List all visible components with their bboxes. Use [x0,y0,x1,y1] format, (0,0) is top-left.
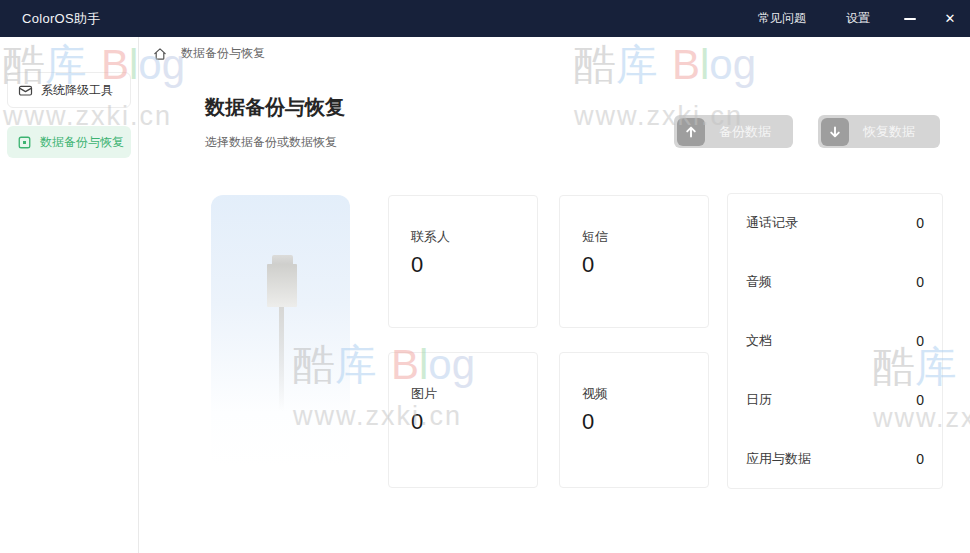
device-connection-card [211,195,350,467]
arrow-up-icon [683,124,699,140]
titlebar: ColorOS助手 常见问题 设置 ✕ [0,0,970,37]
home-icon[interactable] [152,46,168,62]
sidebar-item-data-backup-restore[interactable]: 数据备份与恢复 [7,126,131,158]
row-label: 文档 [746,332,772,350]
restore-button-label: 恢复数据 [863,123,915,141]
close-button[interactable]: ✕ [930,0,970,37]
row-label: 应用与数据 [746,450,811,468]
stat-label: 图片 [411,385,537,403]
backup-data-button[interactable]: 备份数据 [674,115,793,148]
row-label: 通话记录 [746,214,798,232]
close-icon: ✕ [945,11,956,26]
restore-data-button[interactable]: 恢复数据 [818,115,940,148]
titlebar-controls: 常见问题 设置 ✕ [738,0,970,37]
sidebar-item-label: 数据备份与恢复 [40,134,124,151]
breadcrumb: 数据备份与恢复 [152,45,265,62]
sidebar-item-label: 系统降级工具 [41,82,113,99]
row-value: 0 [916,274,924,290]
breadcrumb-current: 数据备份与恢复 [181,45,265,62]
stat-label: 视频 [582,385,708,403]
stat-value: 0 [582,409,708,435]
list-item-call-records: 通话记录 0 [728,194,942,253]
main-content: 数据备份与恢复 数据备份与恢复 选择数据备份或数据恢复 备份数据 恢复数据 [139,37,970,553]
backup-button-label: 备份数据 [719,123,771,141]
faq-menu-item[interactable]: 常见问题 [738,0,826,37]
coloros-assistant-window: ColorOS助手 常见问题 设置 ✕ 系统降级工具 数据备份与 [0,0,970,553]
page-subtitle: 选择数据备份或数据恢复 [205,134,337,151]
stat-label: 联系人 [411,228,537,246]
list-item-calendar: 日历 0 [728,370,942,429]
list-item-documents: 文档 0 [728,312,942,371]
stat-card-sms: 短信 0 [559,195,709,328]
minimize-button[interactable] [890,0,930,37]
page-title: 数据备份与恢复 [205,94,345,121]
list-item-apps-and-data: 应用与数据 0 [728,429,942,488]
arrow-up-iconbox [677,118,705,146]
row-label: 音频 [746,273,772,291]
settings-menu-item[interactable]: 设置 [826,0,890,37]
stat-value: 0 [582,252,708,278]
sidebar-item-system-downgrade-tool[interactable]: 系统降级工具 [7,72,131,108]
row-value: 0 [916,215,924,231]
row-label: 日历 [746,391,772,409]
arrow-down-iconbox [821,118,849,146]
stat-list-card: 通话记录 0 音频 0 文档 0 日历 0 应用与数据 0 [727,193,943,489]
row-value: 0 [916,392,924,408]
list-item-audio: 音频 0 [728,253,942,312]
stat-label: 短信 [582,228,708,246]
usb-plug-tab [272,255,293,264]
row-value: 0 [916,333,924,349]
mail-tool-icon [18,83,33,98]
stat-card-videos: 视频 0 [559,352,709,488]
row-value: 0 [916,451,924,467]
app-title: ColorOS助手 [22,10,101,28]
stat-card-pictures: 图片 0 [388,352,538,488]
arrow-down-icon [827,124,843,140]
usb-cable [279,307,284,411]
minimize-icon [904,18,916,20]
usb-plug-icon [267,264,297,307]
stat-card-contacts: 联系人 0 [388,195,538,328]
sidebar: 系统降级工具 数据备份与恢复 [0,37,139,553]
stat-value: 0 [411,252,537,278]
stat-value: 0 [411,409,537,435]
backup-icon [17,135,32,150]
